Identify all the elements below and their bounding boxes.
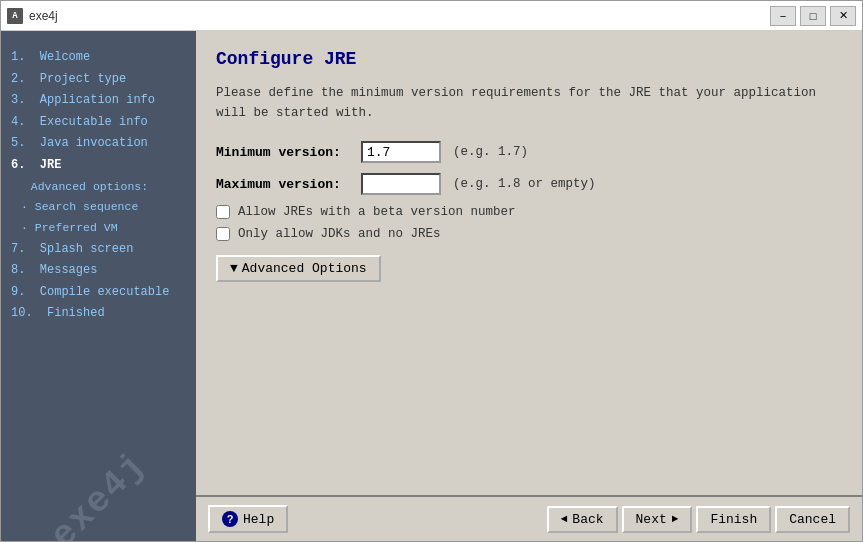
title-bar-left: A exe4j	[7, 8, 58, 24]
sidebar-item-app-info[interactable]: 3. Application info	[11, 90, 186, 112]
footer-right: ◄ Back Next ► Finish Cancel	[547, 506, 850, 533]
beta-checkbox[interactable]	[216, 205, 230, 219]
next-button[interactable]: Next ►	[622, 506, 693, 533]
footer-left: ? Help	[208, 505, 288, 533]
finish-label: Finish	[710, 512, 757, 527]
jdk-only-checkbox-row: Only allow JDKs and no JREs	[216, 227, 842, 241]
main-area: 1. Welcome 2. Project type 3. Applicatio…	[1, 31, 862, 541]
max-version-row: Maximum version: (e.g. 1.8 or empty)	[216, 173, 842, 195]
max-version-input[interactable]	[361, 173, 441, 195]
help-button[interactable]: ? Help	[208, 505, 288, 533]
back-button[interactable]: ◄ Back	[547, 506, 618, 533]
content-body: Configure JRE Please define the minimum …	[196, 31, 862, 495]
sidebar-item-search-seq[interactable]: · Search sequence	[11, 197, 186, 218]
sidebar-adv-header: Advanced options:	[11, 177, 186, 198]
jdk-only-label: Only allow JDKs and no JREs	[238, 227, 441, 241]
cancel-label: Cancel	[789, 512, 836, 527]
app-window: A exe4j − □ ✕ 1. Welcome 2. Project type…	[0, 0, 863, 542]
sidebar: 1. Welcome 2. Project type 3. Applicatio…	[1, 31, 196, 541]
sidebar-item-splash[interactable]: 7. Splash screen	[11, 239, 186, 261]
finish-button[interactable]: Finish	[696, 506, 771, 533]
min-version-hint: (e.g. 1.7)	[453, 145, 528, 159]
beta-label: Allow JREs with a beta version number	[238, 205, 516, 219]
help-icon: ?	[222, 511, 238, 527]
desc-line2: will be started with.	[216, 106, 374, 120]
maximize-button[interactable]: □	[800, 6, 826, 26]
sidebar-item-java-invoke[interactable]: 5. Java invocation	[11, 133, 186, 155]
advanced-options-label: Advanced Options	[242, 261, 367, 276]
sidebar-item-preferred-vm[interactable]: · Preferred VM	[11, 218, 186, 239]
window-controls: − □ ✕	[770, 6, 856, 26]
sidebar-item-messages[interactable]: 8. Messages	[11, 260, 186, 282]
desc-line1: Please define the minimum version requir…	[216, 86, 816, 100]
beta-checkbox-row: Allow JREs with a beta version number	[216, 205, 842, 219]
window-title: exe4j	[29, 9, 58, 23]
app-icon: A	[7, 8, 23, 24]
sidebar-item-compile[interactable]: 9. Compile executable	[11, 282, 186, 304]
page-description: Please define the minimum version requir…	[216, 83, 842, 123]
max-version-label: Maximum version:	[216, 177, 361, 192]
sidebar-item-welcome[interactable]: 1. Welcome	[11, 47, 186, 69]
sidebar-item-finished[interactable]: 10. Finished	[11, 303, 186, 325]
title-bar: A exe4j − □ ✕	[1, 1, 862, 31]
sidebar-item-jre[interactable]: 6. JRE	[11, 155, 186, 177]
sidebar-nav: 1. Welcome 2. Project type 3. Applicatio…	[1, 41, 196, 331]
sidebar-watermark: exe4j	[42, 444, 154, 541]
min-version-row: Minimum version: (e.g. 1.7)	[216, 141, 842, 163]
content-panel: Configure JRE Please define the minimum …	[196, 31, 862, 541]
cancel-button[interactable]: Cancel	[775, 506, 850, 533]
jdk-only-checkbox[interactable]	[216, 227, 230, 241]
close-button[interactable]: ✕	[830, 6, 856, 26]
min-version-input[interactable]	[361, 141, 441, 163]
max-version-hint: (e.g. 1.8 or empty)	[453, 177, 596, 191]
help-label: Help	[243, 512, 274, 527]
page-title: Configure JRE	[216, 49, 842, 69]
next-label: Next	[636, 512, 667, 527]
minimize-button[interactable]: −	[770, 6, 796, 26]
chevron-down-icon: ▼	[230, 261, 238, 276]
back-label: Back	[572, 512, 603, 527]
back-icon: ◄	[561, 513, 568, 525]
sidebar-item-project-type[interactable]: 2. Project type	[11, 69, 186, 91]
footer-bar: ? Help ◄ Back Next ► Finish	[196, 495, 862, 541]
next-icon: ►	[672, 513, 679, 525]
sidebar-item-exe-info[interactable]: 4. Executable info	[11, 112, 186, 134]
advanced-options-button[interactable]: ▼ Advanced Options	[216, 255, 381, 282]
min-version-label: Minimum version:	[216, 145, 361, 160]
